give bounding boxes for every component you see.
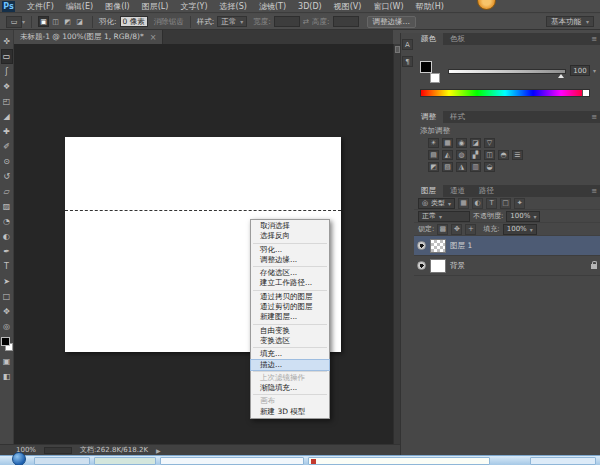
- tab-layers[interactable]: 图层: [414, 185, 443, 197]
- foreground-background-swatches[interactable]: [1, 337, 13, 351]
- photo-filter-icon[interactable]: ▞: [470, 150, 481, 160]
- menu-window[interactable]: 窗口(W): [367, 0, 409, 13]
- path-selection-tool[interactable]: ➤: [1, 274, 13, 289]
- color-slider-value[interactable]: 100: [570, 65, 590, 76]
- move-tool[interactable]: ✜: [1, 34, 13, 49]
- eraser-tool[interactable]: ▱: [1, 184, 13, 199]
- crop-tool[interactable]: ◰: [1, 94, 13, 109]
- panel-menu-icon[interactable]: ≡: [591, 35, 597, 43]
- menu-layer[interactable]: 图层(L): [136, 0, 175, 13]
- dodge-tool[interactable]: ◐: [1, 229, 13, 244]
- paragraph-panel-icon[interactable]: ¶: [402, 56, 413, 67]
- context-item-feather[interactable]: 羽化...: [251, 245, 329, 255]
- healing-brush-tool[interactable]: ✚: [1, 124, 13, 139]
- color-balance-icon[interactable]: ◭: [442, 150, 453, 160]
- canvas-area[interactable]: [14, 44, 393, 444]
- hue-saturation-icon[interactable]: ▤: [428, 150, 439, 160]
- exposure-icon[interactable]: ◪: [470, 138, 481, 148]
- context-item-select-inverse[interactable]: 选择反向: [251, 231, 329, 241]
- canvas-vertical-scrollbar[interactable]: [393, 44, 400, 444]
- lasso-tool[interactable]: ʃ: [1, 64, 13, 79]
- height-input[interactable]: [333, 16, 359, 27]
- tab-styles[interactable]: 样式: [443, 111, 472, 123]
- curves-icon[interactable]: ◉: [456, 138, 467, 148]
- taskbar-button[interactable]: [94, 457, 156, 465]
- context-item-transform-selection[interactable]: 变换选区: [251, 336, 329, 346]
- style-select[interactable]: 正常▾: [217, 16, 247, 27]
- visibility-eye-icon[interactable]: [417, 261, 426, 270]
- layer-row-layer1[interactable]: 图层 1: [414, 236, 600, 256]
- context-item-make-work-path[interactable]: 建立工作路径...: [251, 278, 329, 288]
- history-brush-tool[interactable]: ↺: [1, 169, 13, 184]
- context-item-fill[interactable]: 填充...: [251, 349, 329, 359]
- tool-preset-icon[interactable]: ▭: [6, 16, 22, 28]
- panel-menu-icon[interactable]: ≡: [591, 113, 597, 121]
- menu-filter[interactable]: 滤镜(T): [253, 0, 292, 13]
- swap-dimensions-icon[interactable]: ⇄: [303, 17, 309, 26]
- filter-type-layers-icon[interactable]: T: [486, 198, 497, 209]
- lock-all-icon[interactable]: +: [465, 224, 476, 235]
- menu-file[interactable]: 文件(F): [21, 0, 60, 13]
- color-spectrum-ramp[interactable]: [420, 89, 590, 97]
- gradient-tool[interactable]: ▨: [1, 199, 13, 214]
- menu-select[interactable]: 选择(S): [214, 0, 253, 13]
- layer-thumbnail[interactable]: [430, 239, 446, 253]
- context-item-refine-edge[interactable]: 调整边缘...: [251, 255, 329, 265]
- context-item-free-transform[interactable]: 自由变换: [251, 326, 329, 336]
- invert-icon[interactable]: ☰: [512, 150, 523, 160]
- screen-mode-button[interactable]: ◧: [1, 369, 13, 384]
- status-arrow-icon[interactable]: ▶: [156, 447, 161, 454]
- posterize-icon[interactable]: ◩: [428, 162, 439, 172]
- character-panel-icon[interactable]: A: [402, 39, 413, 50]
- color-panel-swatches[interactable]: [420, 61, 440, 83]
- context-item-new-layer[interactable]: 新建图层...: [251, 312, 329, 322]
- close-tab-icon[interactable]: ×: [150, 33, 157, 42]
- visibility-eye-icon[interactable]: [417, 241, 426, 250]
- color-lookup-icon[interactable]: ◓: [498, 150, 509, 160]
- intersect-selection-mode-icon[interactable]: ◪: [74, 16, 85, 27]
- taskbar-button[interactable]: [530, 457, 596, 465]
- filter-shape-layers-icon[interactable]: □: [500, 198, 511, 209]
- levels-icon[interactable]: ▦: [442, 138, 453, 148]
- context-item-save-selection[interactable]: 存储选区...: [251, 268, 329, 278]
- foreground-color-swatch[interactable]: [420, 61, 432, 73]
- menu-view[interactable]: 视图(V): [328, 0, 368, 13]
- fill-input[interactable]: 100% ▾: [503, 224, 537, 235]
- filter-adjustment-layers-icon[interactable]: ◐: [472, 198, 483, 209]
- width-input[interactable]: [274, 16, 300, 27]
- panel-menu-icon[interactable]: ≡: [591, 187, 597, 195]
- black-white-icon[interactable]: ◍: [456, 150, 467, 160]
- clone-stamp-tool[interactable]: ⊙: [1, 154, 13, 169]
- threshold-icon[interactable]: ▧: [442, 162, 453, 172]
- subtract-selection-mode-icon[interactable]: ◩: [62, 16, 73, 27]
- brightness-contrast-icon[interactable]: ☀: [428, 138, 439, 148]
- blur-tool[interactable]: ◔: [1, 214, 13, 229]
- white-color-chip[interactable]: [582, 90, 589, 96]
- quick-mask-mode-button[interactable]: ▣: [1, 354, 13, 369]
- new-selection-mode-icon[interactable]: ▣: [38, 16, 49, 27]
- type-tool[interactable]: T: [1, 259, 13, 274]
- menu-3d[interactable]: 3D(D): [292, 0, 328, 13]
- start-button[interactable]: [12, 452, 26, 465]
- refine-edge-button[interactable]: 调整边缘…: [367, 16, 417, 28]
- gradient-map-icon[interactable]: ◮: [456, 162, 467, 172]
- context-item-deselect[interactable]: 取消选择: [251, 221, 329, 231]
- color-slider-handle-icon[interactable]: [558, 74, 564, 78]
- feather-input[interactable]: 0 像素: [120, 16, 148, 27]
- lock-position-icon[interactable]: ✥: [451, 224, 462, 235]
- menu-image[interactable]: 图像(I): [99, 0, 136, 13]
- layer-name[interactable]: 背景: [450, 261, 465, 271]
- context-item-stroke[interactable]: 描边...: [251, 360, 329, 370]
- tab-color[interactable]: 颜色: [414, 33, 443, 45]
- context-item-layer-via-cut[interactable]: 通过剪切的图层: [251, 302, 329, 312]
- menu-edit[interactable]: 编辑(E): [60, 0, 99, 13]
- pen-tool[interactable]: ✒: [1, 244, 13, 259]
- context-item-new-3d-model[interactable]: 新建 3D 模型: [251, 407, 329, 417]
- rectangular-marquee-tool[interactable]: ▭: [1, 49, 13, 64]
- lock-transparent-pixels-icon[interactable]: ▩: [437, 224, 448, 235]
- add-selection-mode-icon[interactable]: ◫: [50, 16, 61, 27]
- layer-thumbnail[interactable]: [430, 259, 446, 273]
- tab-channels[interactable]: 通道: [443, 185, 472, 197]
- hand-tool[interactable]: ✥: [1, 304, 13, 319]
- background-color-swatch[interactable]: [430, 73, 440, 83]
